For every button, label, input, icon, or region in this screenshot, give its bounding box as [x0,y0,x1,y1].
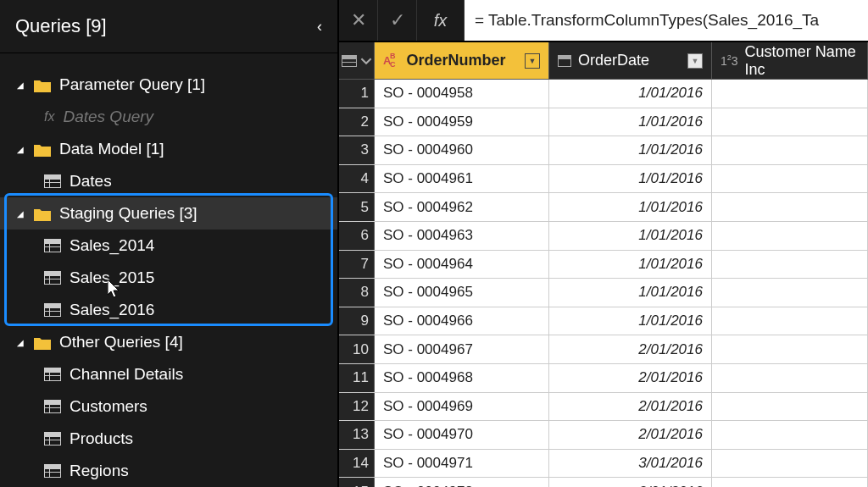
tree-group-parameter-query[interactable]: ◢ Parameter Query [1] [0,69,337,101]
table-row[interactable]: 10SO - 00049672/01/2016 [339,335,868,364]
fx-icon[interactable]: fx [417,0,465,41]
table-icon [44,239,61,252]
cell-orderdate[interactable]: 2/01/2016 [549,393,712,421]
cell-customer[interactable] [712,393,868,421]
commit-formula-button[interactable]: ✓ [378,0,417,41]
queries-panel: Queries [9] ‹ ◢ Parameter Query [1] fx D… [0,0,337,487]
cell-customer[interactable] [712,307,868,335]
table-row[interactable]: 6SO - 00049631/01/2016 [339,222,868,251]
cell-ordernumber[interactable]: SO - 0004958 [375,80,549,108]
cell-ordernumber[interactable]: SO - 0004972 [375,478,549,487]
table-icon [342,55,357,67]
cell-customer[interactable] [712,251,868,279]
tree-label: Channel Details [70,365,183,384]
folder-icon [34,207,51,220]
number-type-icon: 123 [721,53,738,68]
tree-item-dates-query[interactable]: fx Dates Query [0,101,337,133]
table-row[interactable]: 2SO - 00049591/01/2016 [339,108,868,137]
table-row[interactable]: 13SO - 00049702/01/2016 [339,421,868,450]
cell-customer[interactable] [712,450,868,478]
cell-customer[interactable] [712,80,868,108]
cell-ordernumber[interactable]: SO - 0004963 [375,222,549,250]
cell-customer[interactable] [712,136,868,164]
cell-orderdate[interactable]: 1/01/2016 [549,108,712,136]
table-row[interactable]: 4SO - 00049611/01/2016 [339,165,868,194]
row-number-header[interactable] [339,42,375,79]
row-number: 14 [339,450,375,478]
tree-group-data-model[interactable]: ◢ Data Model [1] [0,133,337,165]
tree-label: Parameter Query [1] [59,75,205,94]
cell-ordernumber[interactable]: SO - 0004959 [375,108,549,136]
cell-customer[interactable] [712,222,868,250]
tree-label: Other Queries [4] [59,333,183,351]
tree-label: Data Model [1] [59,140,164,158]
cell-ordernumber[interactable]: SO - 0004969 [375,393,549,421]
cell-orderdate[interactable]: 2/01/2016 [549,421,712,449]
cell-ordernumber[interactable]: SO - 0004970 [375,421,549,449]
tree-item-regions[interactable]: Regions [0,455,337,487]
tree-label: Regions [70,462,129,480]
cell-ordernumber[interactable]: SO - 0004966 [375,307,549,335]
tree-item-sales-2016[interactable]: Sales_2016 [0,294,337,326]
tree-item-sales-2014[interactable]: Sales_2014 [0,230,337,262]
column-header-ordernumber[interactable]: ABC OrderNumber ▼ [375,42,549,79]
filter-dropdown-button[interactable]: ▼ [525,53,540,69]
cell-customer[interactable] [712,108,868,136]
cell-orderdate[interactable]: 2/01/2016 [549,335,712,363]
cell-ordernumber[interactable]: SO - 0004965 [375,279,549,307]
cell-ordernumber[interactable]: SO - 0004960 [375,136,549,164]
cell-orderdate[interactable]: 3/01/2016 [549,478,712,487]
grid-body[interactable]: 1SO - 00049581/01/20162SO - 00049591/01/… [339,80,868,487]
cell-orderdate[interactable]: 1/01/2016 [549,165,712,193]
formula-bar: ✕ ✓ fx = Table.TransformColumnTypes(Sale… [339,0,868,42]
cell-customer[interactable] [712,478,868,487]
cell-orderdate[interactable]: 1/01/2016 [549,222,712,250]
cell-customer[interactable] [712,335,868,363]
cell-orderdate[interactable]: 1/01/2016 [549,193,712,221]
cell-orderdate[interactable]: 1/01/2016 [549,251,712,279]
cell-orderdate[interactable]: 3/01/2016 [549,450,712,478]
cell-customer[interactable] [712,165,868,193]
table-row[interactable]: 14SO - 00049713/01/2016 [339,450,868,479]
tree-item-channel-details[interactable]: Channel Details [0,358,337,390]
cell-customer[interactable] [712,421,868,449]
cell-orderdate[interactable]: 1/01/2016 [549,80,712,108]
table-row[interactable]: 12SO - 00049692/01/2016 [339,393,868,422]
tree-item-sales-2015[interactable]: Sales_2015 [0,262,337,294]
table-icon [44,368,61,381]
cell-orderdate[interactable]: 2/01/2016 [549,364,712,392]
cell-ordernumber[interactable]: SO - 0004962 [375,193,549,221]
formula-input[interactable]: = Table.TransformColumnTypes(Sales_2016_… [465,0,868,41]
table-row[interactable]: 9SO - 00049661/01/2016 [339,307,868,336]
cell-ordernumber[interactable]: SO - 0004961 [375,165,549,193]
row-number: 7 [339,251,375,279]
table-row[interactable]: 11SO - 00049682/01/2016 [339,364,868,393]
tree-group-other-queries[interactable]: ◢ Other Queries [4] [0,326,337,358]
cell-customer[interactable] [712,364,868,392]
cell-ordernumber[interactable]: SO - 0004968 [375,364,549,392]
tree-item-customers[interactable]: Customers [0,390,337,423]
table-row[interactable]: 15SO - 00049723/01/2016 [339,478,868,487]
cell-customer[interactable] [712,279,868,307]
column-header-customer[interactable]: 123 Customer Name Inc [712,42,868,79]
cell-ordernumber[interactable]: SO - 0004964 [375,251,549,279]
table-row[interactable]: 3SO - 00049601/01/2016 [339,136,868,165]
cell-ordernumber[interactable]: SO - 0004971 [375,450,549,478]
table-row[interactable]: 7SO - 00049641/01/2016 [339,251,868,279]
cell-orderdate[interactable]: 1/01/2016 [549,307,712,335]
filter-dropdown-button[interactable]: ▼ [687,53,703,69]
grid-header: ABC OrderNumber ▼ OrderDate ▼ 123 Custom… [339,42,868,80]
cell-customer[interactable] [712,193,868,221]
column-header-orderdate[interactable]: OrderDate ▼ [549,42,712,79]
tree-item-products[interactable]: Products [0,423,337,455]
tree-group-staging-queries[interactable]: ◢ Staging Queries [3] [0,197,337,230]
collapse-panel-button[interactable]: ‹ [317,18,322,36]
table-row[interactable]: 5SO - 00049621/01/2016 [339,193,868,222]
cell-ordernumber[interactable]: SO - 0004967 [375,335,549,363]
cell-orderdate[interactable]: 1/01/2016 [549,136,712,164]
table-row[interactable]: 8SO - 00049651/01/2016 [339,279,868,307]
cell-orderdate[interactable]: 1/01/2016 [549,279,712,307]
tree-item-dates[interactable]: Dates [0,165,337,197]
cancel-formula-button[interactable]: ✕ [339,0,378,41]
table-row[interactable]: 1SO - 00049581/01/2016 [339,80,868,108]
